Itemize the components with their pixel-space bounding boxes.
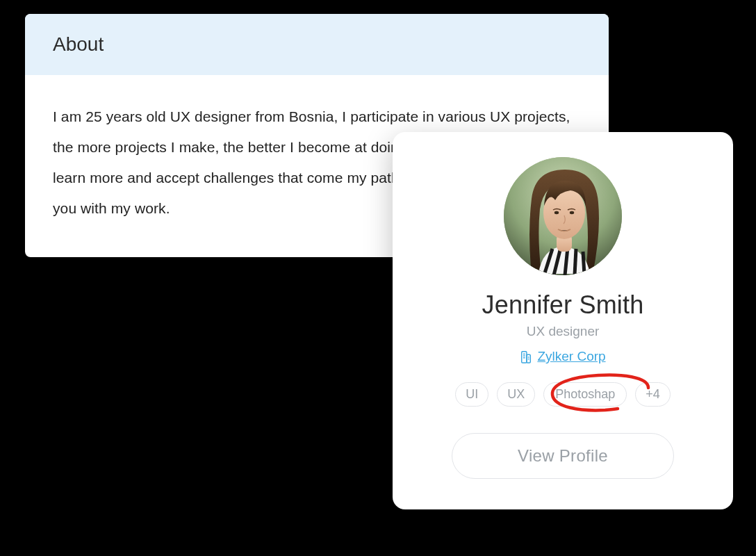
- avatar-image: [504, 157, 622, 275]
- tag-ui[interactable]: UI: [455, 382, 488, 407]
- svg-line-5: [583, 252, 584, 275]
- tag-more[interactable]: +4: [635, 382, 671, 407]
- svg-rect-10: [522, 352, 527, 363]
- profile-name: Jennifer Smith: [482, 291, 644, 320]
- svg-line-4: [575, 249, 576, 275]
- profile-company-link[interactable]: Zylker Corp: [520, 349, 605, 364]
- view-profile-button[interactable]: View Profile: [452, 433, 674, 479]
- profile-company-name: Zylker Corp: [537, 349, 605, 364]
- tag-ux[interactable]: UX: [497, 382, 535, 407]
- profile-card: Jennifer Smith UX designer Zylker Corp U…: [393, 132, 733, 509]
- about-header: About: [25, 14, 609, 75]
- skill-tags: UI UX Photoshap +4: [455, 382, 671, 407]
- avatar: [504, 157, 622, 275]
- profile-role: UX designer: [527, 324, 600, 339]
- building-icon: [520, 350, 532, 363]
- svg-point-8: [554, 211, 559, 214]
- svg-point-9: [570, 211, 574, 214]
- about-title: About: [53, 33, 581, 56]
- tag-photoshap[interactable]: Photoshap: [543, 382, 627, 407]
